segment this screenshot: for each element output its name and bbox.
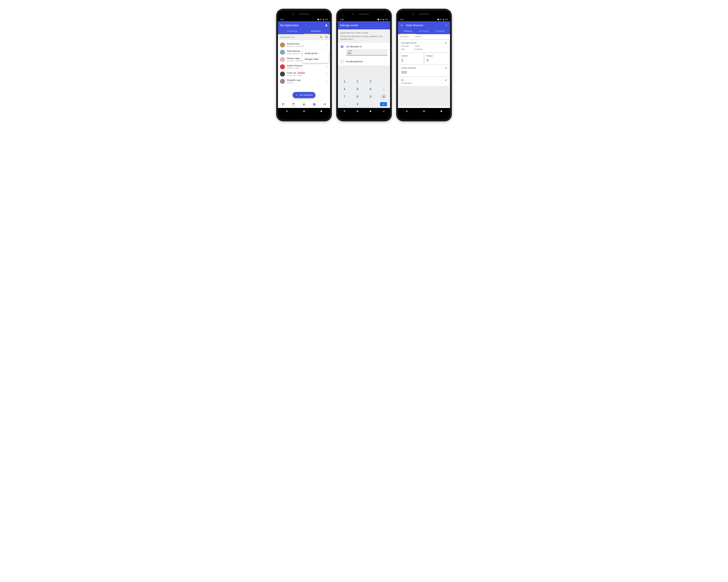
recent-icon[interactable] xyxy=(320,110,323,112)
card-title: Credits remaining xyxy=(401,67,447,69)
tab-overview[interactable]: OVERVIEW xyxy=(280,29,304,34)
status-bar: 2:07 67% xyxy=(398,18,450,21)
radio-icon xyxy=(341,60,343,63)
nav-people[interactable] xyxy=(303,103,306,107)
avatar xyxy=(280,64,285,69)
plus-icon xyxy=(295,94,298,96)
member-row[interactable]: Frank Lee Disabled arcgis_app · Viewer xyxy=(278,71,330,78)
search-icon[interactable] xyxy=(319,36,322,38)
nav-menu[interactable] xyxy=(323,103,327,107)
key-1[interactable]: 1 xyxy=(338,78,351,85)
filter-icon[interactable] xyxy=(325,36,328,38)
member-row[interactable]: Rachel Green testuser2 · UserROLE xyxy=(278,41,330,49)
key-comma[interactable]: , xyxy=(338,101,351,108)
close-icon[interactable] xyxy=(400,24,403,27)
nav-organization[interactable] xyxy=(313,103,316,107)
key-backspace[interactable] xyxy=(377,93,390,101)
profile-body[interactable]: Last sign in: 10/15/18 User type and rol… xyxy=(398,34,450,107)
key-8[interactable]: 8 xyxy=(351,93,364,101)
member-more-icon[interactable] xyxy=(325,80,328,83)
svg-point-0 xyxy=(327,44,327,45)
status-bar: 2:06 67% xyxy=(338,18,390,21)
svg-point-11 xyxy=(327,82,327,83)
card-title: Groups xyxy=(426,55,447,57)
tab-members[interactable]: MEMBERS xyxy=(304,29,328,34)
key-7[interactable]: 7 xyxy=(338,93,351,101)
nav-explore[interactable] xyxy=(282,103,285,107)
info-text: Organization has credits 144,999. Set th… xyxy=(338,29,390,43)
svg-point-24 xyxy=(446,24,446,25)
key-space[interactable] xyxy=(377,85,390,93)
svg-rect-18 xyxy=(383,111,385,112)
edit-icon[interactable] xyxy=(445,42,447,44)
tab-settings[interactable]: SETTINGS xyxy=(416,29,432,34)
more-icon[interactable] xyxy=(445,24,448,27)
notifications-icon[interactable] xyxy=(325,24,328,27)
wifi-icon xyxy=(320,19,322,21)
key-2[interactable]: 2 xyxy=(351,78,364,85)
radio-no-limit[interactable]: No allocated limit xyxy=(338,58,390,65)
keyboard-icon[interactable] xyxy=(382,110,385,112)
tab-bar: PROFILE SETTINGS LICENSES xyxy=(400,29,448,34)
status-time: 2:07 xyxy=(280,19,284,21)
home-icon[interactable] xyxy=(423,110,425,112)
member-more-icon[interactable] xyxy=(325,73,328,75)
disabled-badge: Disabled xyxy=(297,72,305,74)
nav-clipboard[interactable] xyxy=(292,103,295,107)
menu-assign-groups[interactable]: Assign groups xyxy=(303,50,329,56)
recent-icon[interactable] xyxy=(440,110,443,112)
radio-label: Set allocation to xyxy=(346,45,387,48)
key-period[interactable]: . xyxy=(364,101,377,108)
key-6[interactable]: 6 xyxy=(364,85,377,93)
key-4[interactable]: 4 xyxy=(338,85,351,93)
key-done[interactable] xyxy=(377,101,390,108)
vibrate-icon xyxy=(377,19,379,21)
member-name: Elizabeth Lowe xyxy=(287,79,323,81)
radio-icon xyxy=(341,45,343,48)
member-sub: qhuitest · Viewer xyxy=(287,67,323,69)
key-9[interactable]: 9 xyxy=(364,93,377,101)
back-icon[interactable] xyxy=(405,110,408,112)
add-member-fab[interactable]: ADD MEMBER xyxy=(292,92,315,98)
member-row[interactable]: Elizabeth Lowe arcgis_vi xyxy=(278,78,330,85)
radio-set-allocation[interactable]: Set allocation to Credits 300 xyxy=(338,43,390,58)
card-title: Bio xyxy=(401,79,447,81)
svg-point-7 xyxy=(327,74,327,74)
credits-value: 300 xyxy=(401,71,447,75)
back-down-icon[interactable] xyxy=(343,110,346,112)
back-icon[interactable] xyxy=(285,110,288,112)
edit-icon[interactable] xyxy=(445,67,447,69)
phone-frame-profile: 2:07 67% Noah Bowman PROFILE xyxy=(396,9,452,121)
menu-manage-credits[interactable]: Manage credits xyxy=(303,56,329,62)
svg-point-10 xyxy=(327,81,327,82)
tab-profile[interactable]: PROFILE xyxy=(400,29,416,34)
home-icon[interactable] xyxy=(356,110,359,112)
svg-rect-17 xyxy=(370,111,371,112)
member-more-icon[interactable] xyxy=(325,65,328,68)
last-signin-value: 10/15/18 xyxy=(415,36,421,38)
key-0[interactable]: 0 xyxy=(351,101,364,108)
tab-licenses[interactable]: LICENSES xyxy=(432,29,448,34)
credits-input[interactable]: Credits 300 xyxy=(346,49,387,56)
key-minus[interactable]: - xyxy=(377,78,390,85)
svg-point-3 xyxy=(327,66,327,66)
member-name: Andrew Peterson xyxy=(287,64,323,67)
key-3[interactable]: 3 xyxy=(364,78,377,85)
app-bar: Noah Bowman PROFILE SETTINGS LICENSES xyxy=(398,21,450,34)
svg-point-6 xyxy=(327,73,327,74)
showing-count: Showing 32 of 34 xyxy=(280,36,294,38)
card-title: User type and role xyxy=(401,42,447,44)
content-card[interactable]: Content 3 xyxy=(399,53,423,64)
svg-point-5 xyxy=(327,67,327,68)
member-sub: testuser2 · UserROLE xyxy=(287,45,323,47)
key-5[interactable]: 5 xyxy=(351,85,364,93)
member-more-icon[interactable] xyxy=(325,44,328,46)
member-sub: arcgis_app · Viewer xyxy=(287,74,323,76)
numeric-keypad: 1 2 3 - 4 5 6 7 8 9 , xyxy=(338,78,390,108)
status-battery-pct: 67% xyxy=(385,19,388,20)
home-icon[interactable] xyxy=(303,110,305,112)
recent-icon[interactable] xyxy=(369,110,372,112)
member-row[interactable]: Andrew Peterson qhuitest · Viewer xyxy=(278,63,330,71)
edit-icon[interactable] xyxy=(445,79,447,81)
groups-card[interactable]: Groups 0 xyxy=(424,53,449,64)
